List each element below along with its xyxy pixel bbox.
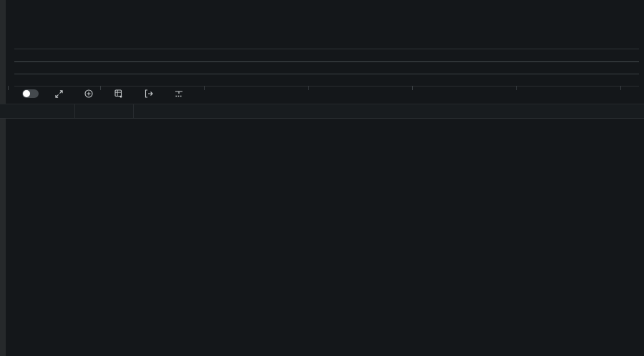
logs-toolbar [6,85,644,102]
circle-plus-icon [84,89,93,98]
log-table-header [0,104,644,119]
expand-table-button[interactable] [55,90,68,98]
add-to-dashboard-button[interactable] [114,89,128,98]
dashboard-plus-icon [114,89,123,98]
column-header-level[interactable] [17,104,75,118]
log-table-body [0,119,644,356]
export-button[interactable] [145,89,158,98]
log-table [0,104,644,356]
add-column-button[interactable] [84,89,98,98]
log-volume-line[interactable] [14,47,639,87]
expand-diagonal-icon [55,90,63,98]
toggle-knob-icon [23,90,30,97]
results-header [6,0,644,21]
column-header-timestamp[interactable] [75,104,134,118]
column-header-message[interactable] [134,104,644,118]
expand-logs-toggle-group [17,89,39,98]
expand-logs-toggle[interactable] [22,89,39,98]
logs-explorer [0,0,644,356]
parsing-rules-icon [175,89,183,98]
export-icon [145,89,153,98]
manage-parsing-rules-button[interactable] [175,89,188,98]
log-volume-chart [0,21,644,82]
